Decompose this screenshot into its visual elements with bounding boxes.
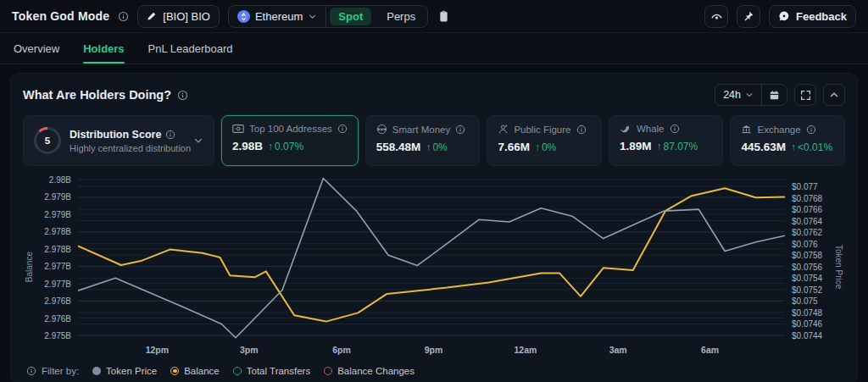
x-axis-tick: 6am — [701, 345, 719, 355]
expand-icon — [800, 90, 811, 101]
pencil-icon — [147, 11, 157, 21]
up-arrow-icon: ↑ — [535, 141, 540, 153]
chart-plot[interactable] — [78, 174, 785, 340]
info-icon — [806, 125, 816, 135]
left-axis-tick: 2.976B — [44, 296, 71, 306]
left-axis-tick: 2.976B — [44, 313, 71, 323]
pin-button[interactable] — [737, 5, 760, 28]
stat-card-public-figure[interactable]: Public Figure7.66M↑ 0% — [487, 115, 602, 166]
whale-icon — [620, 124, 632, 134]
clipboard-icon[interactable] — [438, 10, 449, 23]
legend-item-total-transfers[interactable]: Total Transfers — [233, 366, 310, 376]
calendar-button[interactable] — [761, 85, 787, 105]
stat-label: Whale — [637, 124, 665, 134]
chart-svg — [78, 174, 785, 340]
stat-card-exchange[interactable]: Exchange445.63M↑ <0.01% — [730, 115, 845, 166]
exchange-icon — [741, 124, 752, 135]
legend-item-balance-changes[interactable]: Balance Changes — [324, 366, 415, 376]
top-bar: Token God Mode [BIO] BIO Ethereum Spot P — [0, 0, 868, 33]
spot-tab[interactable]: Spot — [330, 8, 371, 25]
stat-value: 445.63M — [741, 141, 786, 153]
legend-item-label: Token Price — [106, 366, 157, 376]
banknote-icon — [232, 124, 244, 134]
tab-overview[interactable]: Overview — [14, 33, 59, 64]
filter-by-label: Filter by: — [42, 366, 79, 376]
timeframe-dropdown[interactable]: 24h — [715, 89, 761, 101]
market-selector: Ethereum Spot Perps — [228, 5, 428, 28]
stat-card-top-100-addresses[interactable]: Top 100 Addresses2.98B↑ 0.07% — [221, 115, 359, 166]
stat-change: ↑ 0.07% — [268, 141, 303, 152]
feedback-button[interactable]: Feedback — [769, 5, 856, 28]
distribution-score-card[interactable]: 5 Distribution Score Highly centralized … — [23, 115, 214, 166]
tab-pnl-leaderboard[interactable]: PnL Leaderboard — [148, 33, 233, 64]
public-figure-icon — [498, 124, 509, 135]
collapse-button[interactable] — [823, 84, 845, 106]
right-axis-tick: $0.0746 — [792, 319, 822, 329]
chat-bubble-icon — [778, 10, 790, 22]
right-axis-tick: $0.0762 — [792, 228, 822, 237]
right-axis-tick: $0.0768 — [792, 193, 822, 202]
right-axis-tick: $0.0744 — [792, 331, 822, 340]
stat-card-whale[interactable]: Whale1.89M↑ 87.07% — [609, 115, 724, 166]
stat-change: ↑ <0.01% — [791, 141, 832, 153]
fullscreen-button[interactable] — [794, 84, 816, 106]
stat-value: 2.98B — [232, 140, 263, 152]
score-title: Distribution Score — [70, 129, 161, 141]
legend-item-token-price[interactable]: Token Price — [92, 366, 157, 376]
left-axis-title: Balance — [23, 174, 36, 359]
left-axis-tick: 2.975B — [44, 331, 71, 340]
total-transfers-marker — [233, 367, 242, 375]
info-icon — [337, 124, 348, 134]
stat-value: 7.66M — [498, 141, 530, 153]
right-axis-tick: $0.0756 — [792, 262, 822, 271]
eye-icon — [710, 10, 723, 23]
token-select-button[interactable]: [BIO] BIO — [137, 5, 220, 28]
network-label: Ethereum — [255, 10, 303, 23]
divider — [326, 6, 326, 27]
smart-money-icon — [376, 124, 387, 135]
right-axis-tick: $0.0754 — [792, 274, 822, 283]
page-tabs: Overview Holders PnL Leaderboard — [0, 33, 868, 64]
left-axis-tick: 2.979B — [44, 192, 71, 202]
right-axis-title: Token Price — [832, 174, 845, 359]
holders-chart: Balance 2.98B2.979B2.979B2.978B2.978B2.9… — [23, 174, 845, 359]
stat-label: Exchange — [757, 125, 800, 135]
x-axis-labels: 12pm3pm6pm9pm12am3am6am — [78, 340, 785, 357]
chevron-down-icon — [193, 136, 203, 146]
stat-change: ↑ 0% — [426, 141, 447, 153]
score-subtitle: Highly centralized distribution — [70, 143, 185, 153]
network-dropdown[interactable]: Ethereum — [229, 6, 326, 27]
stat-change: ↑ 0% — [535, 141, 556, 153]
left-axis-tick: 2.977B — [44, 279, 71, 288]
x-axis-tick: 3pm — [240, 345, 259, 355]
chevron-down-icon — [745, 91, 754, 99]
right-axis-tick: $0.0764 — [792, 216, 822, 225]
perps-tab[interactable]: Perps — [378, 8, 424, 25]
right-axis-tick: $0.075 — [792, 296, 818, 306]
stat-label: Smart Money — [392, 125, 450, 135]
x-axis-tick: 3am — [609, 345, 627, 355]
left-axis-tick: 2.979B — [44, 209, 71, 219]
chart-legend: Filter by: Token PriceBalanceTotal Trans… — [23, 366, 845, 376]
ethereum-icon — [237, 10, 250, 23]
balance-changes-marker — [324, 367, 332, 375]
token-price-marker — [92, 367, 101, 375]
stat-label: Top 100 Addresses — [249, 124, 332, 134]
timeframe-label: 24h — [723, 89, 741, 101]
info-icon — [165, 130, 175, 140]
legend-item-balance[interactable]: Balance — [170, 366, 220, 376]
info-icon — [576, 125, 587, 135]
info-icon — [670, 124, 680, 134]
tab-holders[interactable]: Holders — [83, 33, 124, 64]
stat-change: ↑ 87.07% — [656, 141, 698, 152]
legend-item-label: Total Transfers — [247, 366, 310, 376]
legend-item-label: Balance — [184, 366, 220, 376]
x-axis-tick: 6pm — [332, 345, 351, 355]
legend-item-label: Balance Changes — [337, 366, 415, 376]
info-icon — [26, 366, 36, 376]
x-axis-tick: 12am — [514, 345, 537, 355]
stat-card-smart-money[interactable]: Smart Money558.48M↑ 0% — [365, 115, 481, 166]
left-axis-tick: 2.98B — [49, 175, 71, 185]
watch-button[interactable] — [704, 5, 728, 28]
up-arrow-icon: ↑ — [791, 141, 796, 153]
